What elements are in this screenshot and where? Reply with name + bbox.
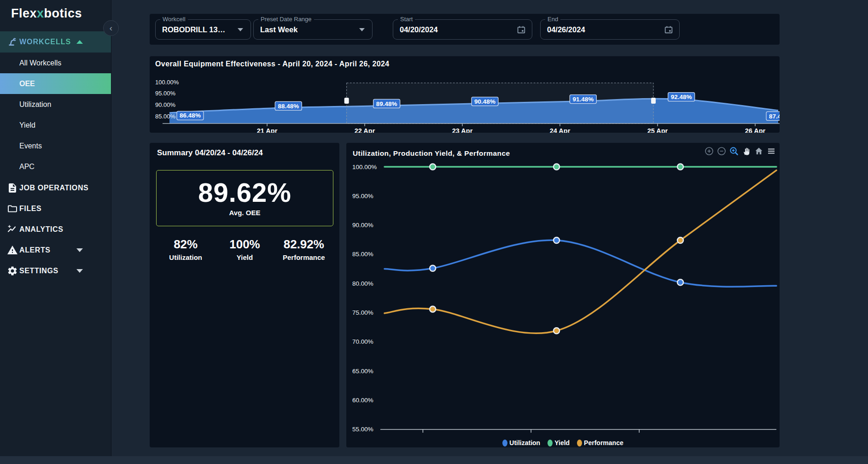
preset-date-range-select[interactable]: Preset Date Range Last Week (253, 19, 373, 40)
sidebar-section-workcells[interactable]: WORKCELLS (0, 31, 111, 53)
series-line-performance (384, 170, 776, 334)
sidebar-item-label: Yield (19, 121, 35, 129)
analytics-icon (7, 224, 18, 235)
workcell-select[interactable]: Workcell ROBODRILL 13… (155, 19, 251, 40)
x-tick-label: 24 Apr (550, 127, 571, 133)
sidebar-item-events[interactable]: Events (0, 135, 111, 156)
sidebar-section-label: WORKCELLS (19, 38, 71, 46)
oee-point-label: 87.48% (769, 113, 780, 120)
brush-handle-left[interactable] (344, 98, 349, 104)
sidebar-item-label: ALERTS (19, 246, 51, 254)
chevron-down-icon (76, 269, 83, 273)
y-tick-label: 85.00% (155, 113, 176, 120)
calendar-icon[interactable] (516, 24, 526, 35)
stat-value: 100% (215, 237, 274, 252)
brush-handle-right[interactable] (651, 98, 656, 104)
stat-utilization: 82% Utilization (156, 237, 215, 261)
legend-item-yield[interactable]: Yield (548, 439, 570, 446)
y-tick-label: 85.00% (352, 251, 373, 258)
sidebar-item-label: SETTINGS (19, 267, 58, 275)
legend-label: Yield (554, 439, 570, 446)
sidebar-item-all-workcells[interactable]: All Workcells (0, 53, 111, 73)
document-icon (7, 182, 18, 194)
oee-area-chart[interactable]: 21 Apr22 Apr23 Apr24 Apr25 Apr26 Apr100.… (150, 56, 780, 133)
robot-arm-icon (7, 36, 18, 47)
calendar-icon[interactable] (664, 24, 674, 35)
end-date-field[interactable]: End 04/26/2024 (540, 19, 680, 40)
sidebar-item-oee[interactable]: OEE (0, 73, 111, 94)
sidebar-item-label: JOB OPERATIONS (19, 184, 88, 192)
legend-label: Performance (584, 439, 623, 446)
series-marker-performance[interactable] (430, 306, 436, 312)
sidebar-collapse-button[interactable]: ‹ (103, 20, 119, 36)
series-marker-utilization[interactable] (430, 265, 436, 271)
chevron-down-icon (76, 248, 83, 252)
menu-icon[interactable] (766, 146, 777, 157)
series-marker-yield[interactable] (677, 164, 683, 170)
y-tick-label: 90.00% (155, 101, 176, 108)
sidebar-item-label: Events (19, 142, 42, 150)
stat-label: Utilization (156, 253, 215, 261)
y-tick-label: 100.00% (352, 164, 377, 170)
legend-item-utilization[interactable]: Utilization (502, 439, 540, 446)
sidebar-item-files[interactable]: FILES (0, 198, 111, 219)
sidebar-item-apc[interactable]: APC (0, 156, 111, 177)
sidebar-item-alerts[interactable]: ALERTS (0, 240, 111, 260)
oee-point-label: 88.48% (278, 103, 299, 110)
stat-value: 82% (156, 237, 215, 252)
sidebar-item-settings[interactable]: SETTINGS (0, 260, 111, 281)
legend-dot (502, 440, 507, 446)
summary-panel: Summary 04/20/24 - 04/26/24 89.62% Avg. … (150, 143, 339, 447)
home-reset-icon[interactable] (753, 146, 764, 157)
sidebar-item-yield[interactable]: Yield (0, 115, 111, 135)
zoom-out-icon[interactable] (716, 146, 727, 157)
stat-label: Performance (274, 253, 333, 261)
filter-bar: Workcell ROBODRILL 13… Preset Date Range… (150, 14, 780, 45)
series-marker-performance[interactable] (553, 328, 559, 334)
trend-line-chart[interactable]: 100.00%95.00%90.00%85.00%80.00%75.00%70.… (346, 143, 780, 447)
x-tick-label: 25 Apr (647, 127, 668, 133)
legend-item-performance[interactable]: Performance (577, 439, 623, 446)
trend-chart-panel: Utilization, Production Yield, & Perform… (346, 143, 780, 447)
series-marker-performance[interactable] (677, 237, 683, 243)
gear-icon (7, 265, 18, 276)
box-zoom-icon[interactable] (728, 146, 740, 157)
app-logo: Flexxbotics (11, 6, 82, 21)
preset-select-value: Last Week (260, 20, 297, 39)
chevron-down-icon (359, 28, 365, 31)
x-tick-label: 21 Apr (257, 127, 278, 133)
chart-toolbar (704, 146, 777, 157)
logo-text-2: botics (44, 6, 82, 20)
series-marker-utilization[interactable] (553, 237, 559, 243)
end-date-value: 04/26/2024 (547, 20, 585, 39)
chart-legend: Utilization Yield Performance (346, 439, 780, 446)
series-marker-yield[interactable] (553, 164, 559, 170)
start-date-field[interactable]: Start 04/20/2024 (393, 19, 532, 40)
sidebar-item-job-operations[interactable]: JOB OPERATIONS (0, 177, 111, 198)
bottom-scroll-strip[interactable] (0, 456, 868, 464)
sidebar-item-utilization[interactable]: Utilization (0, 94, 111, 115)
legend-dot (577, 440, 582, 446)
y-tick-label: 95.00% (352, 193, 373, 200)
alert-icon (7, 245, 18, 256)
y-tick-label: 100.00% (155, 79, 179, 86)
chevron-up-icon (76, 40, 83, 44)
y-tick-label: 70.00% (352, 338, 373, 345)
sidebar-item-label: APC (19, 163, 35, 171)
y-tick-label: 90.00% (352, 222, 373, 229)
stat-yield: 100% Yield (215, 237, 274, 261)
oee-point-label: 86.48% (180, 112, 201, 119)
legend-label: Utilization (509, 439, 540, 446)
zoom-in-icon[interactable] (704, 146, 715, 157)
sidebar-item-label: OEE (19, 80, 35, 88)
start-date-value: 04/20/2024 (400, 20, 438, 39)
pan-hand-icon[interactable] (741, 146, 752, 157)
y-tick-label: 55.00% (352, 426, 373, 433)
series-marker-yield[interactable] (430, 164, 436, 170)
oee-point-label: 91.48% (572, 96, 594, 103)
sidebar-item-label: Utilization (19, 100, 51, 109)
y-tick-label: 75.00% (352, 309, 373, 316)
sidebar-item-analytics[interactable]: ANALYTICS (0, 219, 111, 240)
series-marker-utilization[interactable] (677, 279, 683, 285)
stat-label: Yield (215, 253, 274, 261)
